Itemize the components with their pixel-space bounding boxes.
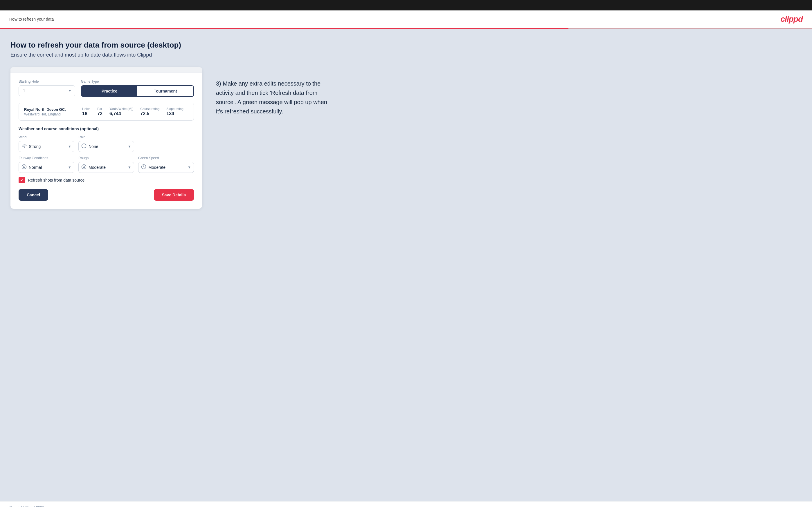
- fairway-select[interactable]: Normal Firm Soft: [18, 162, 74, 173]
- wind-select[interactable]: Strong Light None: [18, 141, 74, 152]
- refresh-checkbox[interactable]: [18, 177, 25, 183]
- copyright: Copyright Clippd 2022: [9, 506, 44, 507]
- course-rating-value: 72.5: [140, 111, 149, 116]
- breadcrumb: How to refresh your data: [9, 17, 54, 21]
- wind-label: Wind: [18, 135, 74, 139]
- tournament-toggle-btn[interactable]: Tournament: [137, 86, 193, 96]
- holes-label: Holes: [82, 107, 90, 111]
- rain-label: Rain: [79, 135, 134, 139]
- game-type-label: Game Type: [81, 79, 194, 83]
- practice-toggle-btn[interactable]: Practice: [82, 86, 138, 96]
- starting-hole-label: Starting Hole: [18, 79, 75, 83]
- rain-select[interactable]: None Light Heavy: [79, 141, 134, 152]
- yards-label: Yards/White (M)): [109, 107, 133, 111]
- fairway-group: Fairway Conditions Normal Firm Soft ▼: [18, 156, 74, 173]
- course-name: Royal North Devon GC,: [24, 107, 77, 112]
- yards-value: 6,744: [109, 111, 121, 116]
- rough-label: Rough: [79, 156, 134, 160]
- refresh-checkbox-row: Refresh shots from data source: [18, 177, 194, 183]
- par-value: 72: [97, 111, 102, 116]
- rough-group: Rough Moderate Light Heavy ▼: [79, 156, 134, 173]
- page-subtitle: Ensure the correct and most up to date d…: [10, 52, 802, 58]
- logo: clippd: [781, 14, 803, 24]
- holes-value: 18: [82, 111, 87, 116]
- rain-group: Rain None Light Heavy ▼: [79, 135, 134, 152]
- green-speed-group: Green Speed Moderate Fast Slow ▼: [138, 156, 194, 173]
- rough-select[interactable]: Moderate Light Heavy: [79, 162, 134, 173]
- refresh-label: Refresh shots from data source: [28, 178, 85, 182]
- save-button[interactable]: Save Details: [154, 189, 194, 201]
- cancel-button[interactable]: Cancel: [18, 189, 48, 201]
- game-type-group: Game Type Practice Tournament: [81, 79, 194, 97]
- fairway-label: Fairway Conditions: [18, 156, 74, 160]
- slope-rating-label: Slope rating: [166, 107, 184, 111]
- sidebar-info: 3) Make any extra edits necessary to the…: [216, 67, 332, 116]
- page-title: How to refresh your data from source (de…: [10, 41, 802, 50]
- green-speed-select[interactable]: Moderate Fast Slow: [138, 162, 194, 173]
- conditions-title: Weather and course conditions (optional): [18, 126, 194, 131]
- green-speed-label: Green Speed: [138, 156, 194, 160]
- starting-hole-select[interactable]: 1 10: [18, 85, 75, 96]
- slope-rating-value: 134: [166, 111, 174, 116]
- course-rating-label: Course rating: [140, 107, 159, 111]
- button-row: Cancel Save Details: [18, 189, 194, 201]
- form-card: Starting Hole 1 10 ▼ Game Type Practice …: [10, 67, 202, 209]
- game-type-toggle: Practice Tournament: [81, 85, 194, 97]
- par-label: Par: [97, 107, 102, 111]
- starting-hole-group: Starting Hole 1 10 ▼: [18, 79, 75, 97]
- wind-group: Wind Strong Light None ▼: [18, 135, 74, 152]
- sidebar-text: 3) Make any extra edits necessary to the…: [216, 79, 332, 116]
- course-info-box: Royal North Devon GC, Westward Ho!, Engl…: [18, 103, 194, 121]
- course-location: Westward Ho!, England: [24, 112, 77, 116]
